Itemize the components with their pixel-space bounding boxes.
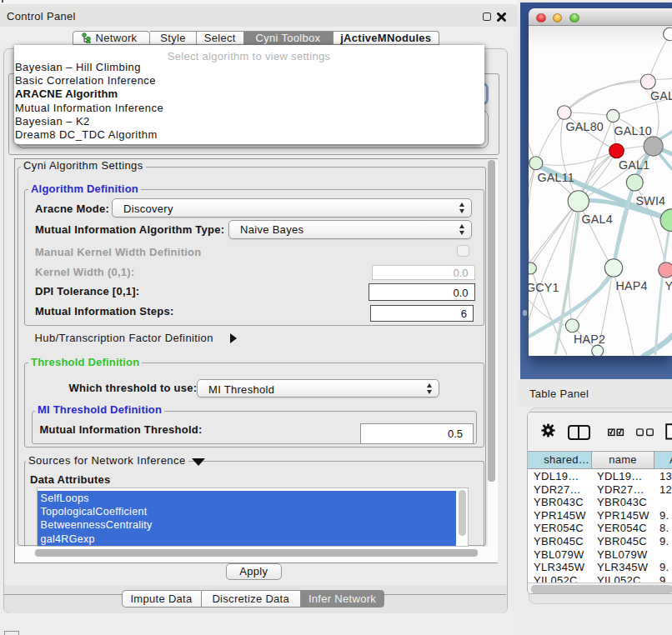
svg-text:HAP2: HAP2 bbox=[574, 332, 605, 346]
svg-text:GAL80: GAL80 bbox=[566, 120, 604, 133]
svg-text:GAL11: GAL11 bbox=[538, 171, 574, 184]
svg-text:HAP4: HAP4 bbox=[616, 279, 648, 292]
svg-text:SWI4: SWI4 bbox=[636, 194, 666, 208]
svg-text:GAL1: GAL1 bbox=[619, 158, 649, 172]
svg-text:GAL4: GAL4 bbox=[582, 212, 613, 226]
svg-text:GAL10: GAL10 bbox=[614, 124, 653, 138]
svg-text:Y: Y bbox=[665, 279, 672, 292]
svg-text:GCY1: GCY1 bbox=[529, 281, 559, 294]
svg-text:GAL: GAL bbox=[650, 89, 672, 102]
